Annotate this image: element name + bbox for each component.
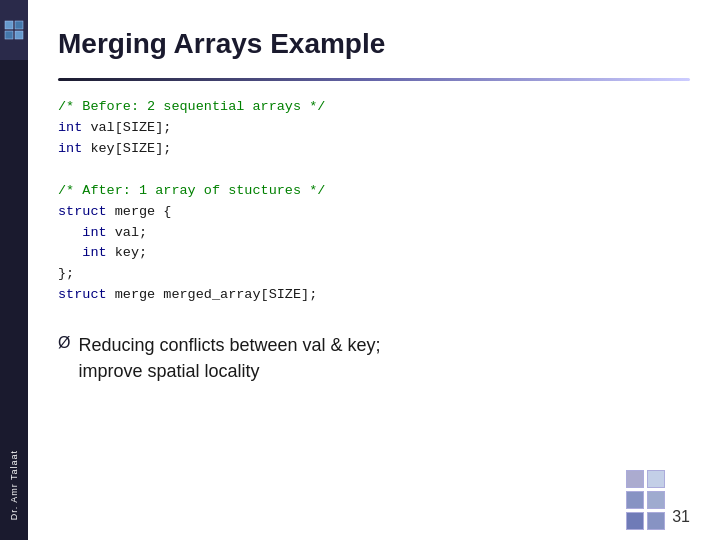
bullet-text-line1: Reducing conflicts between val & key; <box>78 335 380 355</box>
code-line-val: int val[SIZE]; <box>58 120 171 135</box>
logo-area <box>0 0 28 60</box>
cube-1 <box>626 470 644 488</box>
code-struct-usage: struct merge merged_array[SIZE]; <box>58 287 317 302</box>
svg-rect-2 <box>5 31 13 39</box>
cube-5 <box>647 491 665 509</box>
code-line-key: int key[SIZE]; <box>58 141 171 156</box>
svg-rect-1 <box>15 21 23 29</box>
code-block: /* Before: 2 sequential arrays */ int va… <box>58 97 690 306</box>
page-number: 31 <box>672 508 690 526</box>
title-underline <box>58 78 690 81</box>
cube-6 <box>647 512 665 530</box>
svg-rect-0 <box>5 21 13 29</box>
code-after-comment: /* After: 1 array of stuctures */ <box>58 183 325 198</box>
decorative-cubes <box>626 470 665 530</box>
main-content: Merging Arrays Example /* Before: 2 sequ… <box>28 0 720 540</box>
slide-title: Merging Arrays Example <box>58 28 690 60</box>
cube-2 <box>626 491 644 509</box>
cube-row-2 <box>647 470 665 530</box>
left-sidebar: Dr. Amr Talaat <box>0 0 28 540</box>
bullet-text-line2: improve spatial locality <box>78 361 259 381</box>
code-int-val: int val; <box>58 225 147 240</box>
logo-icon <box>4 20 24 40</box>
cube-row-1 <box>626 470 644 530</box>
bullet-section: Ø Reducing conflicts between val & key; … <box>58 332 690 384</box>
cube-4 <box>647 470 665 488</box>
bullet-text: Reducing conflicts between val & key; im… <box>78 332 380 384</box>
svg-rect-3 <box>15 31 23 39</box>
code-before-comment: /* Before: 2 sequential arrays */ <box>58 99 325 114</box>
code-int-key: int key; <box>58 245 147 260</box>
code-struct-open: struct merge { <box>58 204 171 219</box>
code-struct-close: }; <box>58 266 74 281</box>
cube-3 <box>626 512 644 530</box>
sidebar-author-label: Dr. Amr Talaat <box>9 450 19 520</box>
bullet-icon: Ø <box>58 334 70 352</box>
